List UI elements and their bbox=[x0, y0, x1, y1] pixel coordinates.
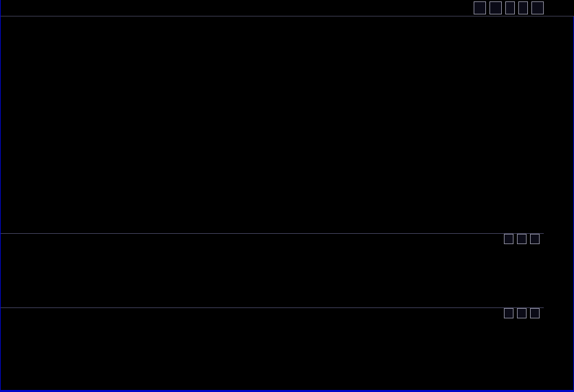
chart-canvas bbox=[1, 0, 574, 392]
volume-change-params-button[interactable] bbox=[504, 234, 514, 244]
kdj-panel-buttons bbox=[504, 308, 540, 318]
kdj-panel-header bbox=[1, 307, 544, 320]
arrow-left-icon[interactable] bbox=[505, 1, 515, 14]
volume-panel-buttons bbox=[504, 234, 540, 244]
volume-indicator-readout bbox=[3, 235, 20, 244]
trading-app-window bbox=[0, 0, 574, 392]
hide-main-indicator-button[interactable] bbox=[489, 1, 502, 14]
change-params-button[interactable] bbox=[474, 1, 486, 14]
kdj-close-button[interactable] bbox=[530, 308, 540, 318]
top-toolbar bbox=[474, 1, 544, 14]
kdj-change-params-button[interactable] bbox=[504, 308, 514, 318]
price-scrollbar[interactable] bbox=[544, 233, 549, 377]
volume-close-button[interactable] bbox=[530, 234, 540, 244]
arrow-right-icon[interactable] bbox=[518, 1, 528, 14]
help-button[interactable] bbox=[531, 1, 544, 14]
kdj-chart-plot[interactable] bbox=[1, 318, 544, 376]
main-chart-plot[interactable] bbox=[1, 17, 544, 232]
kdj-indicator-readout bbox=[3, 309, 16, 318]
volume-help-button[interactable] bbox=[517, 234, 527, 244]
volume-chart-plot[interactable] bbox=[1, 246, 544, 304]
time-axis-area bbox=[1, 378, 544, 391]
kdj-help-button[interactable] bbox=[517, 308, 527, 318]
top-bar bbox=[1, 0, 574, 17]
volume-panel-header bbox=[1, 233, 544, 246]
